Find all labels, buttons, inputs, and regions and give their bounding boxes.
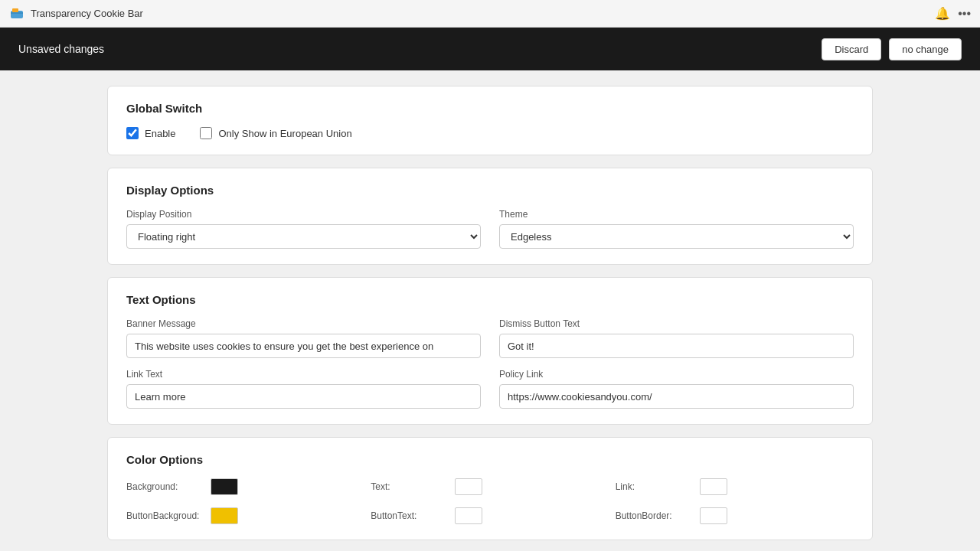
background-label: Background:	[126, 481, 203, 492]
color-grid: Background: Text: Link: ButtonBackgroud:…	[126, 478, 854, 524]
eu-label: Only Show in European Union	[218, 128, 351, 139]
button-border-swatch[interactable]	[700, 507, 727, 524]
enable-label: Enable	[145, 128, 175, 139]
text-options-row2: Link Text Policy Link	[126, 369, 854, 409]
button-border-label: ButtonBorder:	[616, 510, 692, 521]
enable-checkbox[interactable]	[126, 127, 139, 139]
more-button[interactable]: •••	[958, 7, 971, 21]
policy-link-input[interactable]	[499, 384, 854, 409]
main-content: Global Switch Enable Only Show in Europe…	[0, 70, 980, 551]
link-label: Link:	[616, 481, 692, 492]
policy-link-label: Policy Link	[499, 369, 854, 380]
dismiss-label: Dismiss Button Text	[499, 318, 854, 329]
text-options-row1: Banner Message Dismiss Button Text	[126, 318, 854, 358]
text-color-item: Text:	[371, 478, 609, 495]
titlebar-right: 🔔 •••	[935, 6, 971, 21]
link-text-input[interactable]	[126, 384, 481, 409]
titlebar: Transparency Cookie Bar 🔔 •••	[0, 0, 980, 28]
banner-group: Banner Message	[126, 318, 481, 358]
background-swatch[interactable]	[211, 478, 238, 495]
banner-input[interactable]	[126, 334, 481, 358]
dismiss-input[interactable]	[499, 334, 854, 358]
global-switch-options: Enable Only Show in European Union	[126, 127, 854, 139]
theme-label: Theme	[499, 209, 854, 220]
button-bg-swatch[interactable]	[211, 507, 238, 524]
bell-button[interactable]: 🔔	[935, 6, 950, 21]
unsaved-message: Unsaved changes	[18, 43, 104, 55]
discard-button[interactable]: Discard	[822, 38, 881, 60]
button-bg-label: ButtonBackgroud:	[126, 510, 203, 521]
button-text-label: ButtonText:	[371, 510, 447, 521]
text-options-title: Text Options	[126, 293, 854, 306]
link-text-group: Link Text	[126, 369, 481, 409]
display-options-title: Display Options	[126, 184, 854, 197]
global-switch-card: Global Switch Enable Only Show in Europe…	[107, 86, 873, 155]
button-text-swatch[interactable]	[455, 507, 482, 524]
nochange-button[interactable]: no change	[889, 38, 962, 60]
banner-label: Banner Message	[126, 318, 481, 329]
display-options-card: Display Options Display Position Floatin…	[107, 168, 873, 265]
position-group: Display Position Floating right Floating…	[126, 209, 481, 249]
unsaved-actions: Discard no change	[822, 38, 962, 60]
svg-rect-2	[11, 12, 23, 14]
color-options-title: Color Options	[126, 453, 854, 466]
background-color-item: Background:	[126, 478, 364, 495]
titlebar-left: Transparency Cookie Bar	[9, 6, 143, 21]
titlebar-title: Transparency Cookie Bar	[31, 8, 143, 19]
enable-checkbox-item: Enable	[126, 127, 175, 139]
button-text-color-item: ButtonText:	[371, 507, 609, 524]
eu-checkbox[interactable]	[200, 127, 212, 139]
unsaved-bar: Unsaved changes Discard no change	[0, 28, 980, 70]
button-bg-color-item: ButtonBackgroud:	[126, 507, 364, 524]
plugin-icon	[9, 6, 24, 21]
position-label: Display Position	[126, 209, 481, 220]
global-switch-title: Global Switch	[126, 102, 854, 115]
button-border-color-item: ButtonBorder:	[616, 507, 854, 524]
link-color-item: Link:	[616, 478, 854, 495]
text-label: Text:	[371, 481, 447, 492]
position-select[interactable]: Floating right Floating left Bottom bar …	[126, 224, 481, 249]
text-swatch[interactable]	[455, 478, 482, 495]
text-options-card: Text Options Banner Message Dismiss Butt…	[107, 277, 873, 425]
color-options-card: Color Options Background: Text: Link: Bu…	[107, 437, 873, 540]
display-options-row: Display Position Floating right Floating…	[126, 209, 854, 249]
theme-select[interactable]: Edgeless Classic Modern	[499, 224, 854, 249]
svg-rect-1	[12, 8, 18, 12]
link-text-label: Link Text	[126, 369, 481, 380]
policy-link-group: Policy Link	[499, 369, 854, 409]
link-swatch[interactable]	[700, 478, 727, 495]
eu-checkbox-item: Only Show in European Union	[200, 127, 351, 139]
theme-group: Theme Edgeless Classic Modern	[499, 209, 854, 249]
dismiss-group: Dismiss Button Text	[499, 318, 854, 358]
